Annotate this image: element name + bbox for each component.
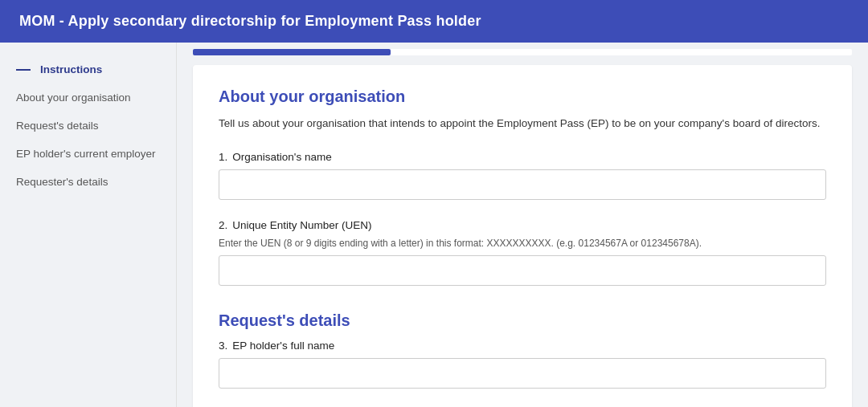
main-layout: Instructions About your organisation Req… <box>0 43 868 407</box>
uen-field: 2. Unique Entity Number (UEN) Enter the … <box>219 219 826 286</box>
field-number-3: 3. <box>219 340 227 352</box>
sidebar-item-label: EP holder's current employer <box>16 148 155 160</box>
ep-fullname-field: 3. EP holder's full name <box>219 340 826 389</box>
sidebar-item-requests-details[interactable]: Request's details <box>0 112 176 140</box>
sidebar-item-label: Request's details <box>16 120 98 132</box>
sidebar-item-ep-employer[interactable]: EP holder's current employer <box>0 140 176 168</box>
sidebar-item-label: Instructions <box>40 63 102 75</box>
field-number-1: 1. <box>219 151 227 163</box>
org-name-input[interactable] <box>219 169 826 200</box>
about-org-section: About your organisation Tell us about yo… <box>219 88 826 286</box>
ep-fullname-label: 3. EP holder's full name <box>219 340 826 352</box>
sidebar-item-label: About your organisation <box>16 92 131 104</box>
field-label-text: Unique Entity Number (UEN) <box>232 219 371 231</box>
org-name-label: 1. Organisation's name <box>219 151 826 163</box>
page-header: MOM - Apply secondary directorship for E… <box>0 0 868 43</box>
org-name-field: 1. Organisation's name <box>219 151 826 200</box>
sidebar: Instructions About your organisation Req… <box>0 43 177 407</box>
progress-bar-fill <box>193 49 391 55</box>
sidebar-item-label: Requester's details <box>16 176 108 188</box>
progress-bar-container <box>193 49 852 55</box>
uen-hint: Enter the UEN (8 or 9 digits ending with… <box>219 238 826 249</box>
requests-details-title: Request's details <box>219 311 826 330</box>
uen-input[interactable] <box>219 255 826 286</box>
field-label-text: EP holder's full name <box>232 340 334 352</box>
sidebar-item-instructions[interactable]: Instructions <box>0 55 176 83</box>
uen-label: 2. Unique Entity Number (UEN) <box>219 219 826 231</box>
page-title: MOM - Apply secondary directorship for E… <box>19 13 481 29</box>
form-card: About your organisation Tell us about yo… <box>193 65 852 407</box>
requests-details-section: Request's details 3. EP holder's full na… <box>219 305 826 389</box>
about-org-description: Tell us about your organisation that int… <box>219 116 826 132</box>
sidebar-item-requester-details[interactable]: Requester's details <box>0 168 176 196</box>
ep-fullname-input[interactable] <box>219 358 826 389</box>
content-area: About your organisation Tell us about yo… <box>177 43 868 407</box>
field-label-text: Organisation's name <box>232 151 331 163</box>
sidebar-item-about-org[interactable]: About your organisation <box>0 83 176 112</box>
field-number-2: 2. <box>219 219 227 231</box>
about-org-title: About your organisation <box>219 88 826 106</box>
